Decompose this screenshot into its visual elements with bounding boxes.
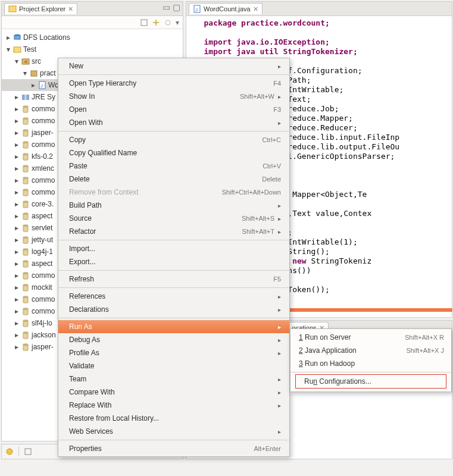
context-menu[interactable]: New▸Open Type HierarchyF4Show InShift+Al… bbox=[58, 58, 290, 457]
view-menu-icon[interactable]: ▾ bbox=[176, 18, 179, 27]
menu-copy[interactable]: CopyCtrl+C bbox=[58, 133, 289, 146]
svg-point-2 bbox=[165, 20, 170, 25]
minimize-icon[interactable]: ▭ bbox=[163, 3, 170, 11]
svg-rect-33 bbox=[23, 213, 28, 215]
package-folder-icon bbox=[21, 57, 30, 65]
code-kw: new bbox=[292, 256, 306, 265]
close-icon[interactable]: ✕ bbox=[68, 5, 73, 13]
tree-label: aspect bbox=[32, 212, 52, 220]
tree-label: core-3. bbox=[32, 200, 54, 208]
submenu-arrow-icon: ▸ bbox=[278, 63, 281, 70]
svg-rect-5 bbox=[14, 47, 21, 52]
svg-rect-53 bbox=[23, 332, 28, 334]
submenu-arrow-icon: ▸ bbox=[278, 120, 281, 126]
menu-open[interactable]: OpenF3 bbox=[58, 103, 289, 116]
menu-references[interactable]: References▸ bbox=[58, 290, 289, 303]
svg-rect-25 bbox=[23, 165, 28, 167]
submenu-run-on-hadoop[interactable]: 3 Run on Hadoop bbox=[290, 357, 451, 370]
menu-import[interactable]: Import... bbox=[58, 242, 289, 255]
menu-profile-as[interactable]: Profile As▸ bbox=[58, 346, 289, 359]
maximize-icon[interactable]: ▢ bbox=[173, 3, 180, 11]
jar-icon bbox=[21, 212, 30, 220]
menu-label: Source bbox=[69, 214, 242, 223]
menu-copy-qualified-name[interactable]: Copy Qualified Name bbox=[58, 146, 289, 159]
java-file-icon: J bbox=[38, 81, 46, 89]
menu-properties[interactable]: PropertiesAlt+Enter bbox=[58, 442, 289, 455]
menu-debug-as[interactable]: Debug As▸ bbox=[58, 333, 289, 346]
menu-label: Remove from Context bbox=[69, 188, 222, 196]
menu-open-type-hierarchy[interactable]: Open Type HierarchyF4 bbox=[58, 77, 289, 90]
code-line: import java.io.IOException; bbox=[190, 37, 330, 46]
svg-rect-4 bbox=[14, 36, 20, 39]
menu-delete[interactable]: DeleteDelete bbox=[58, 173, 289, 186]
collapse-all-icon[interactable] bbox=[140, 18, 148, 27]
run-as-submenu[interactable]: 1 Run on ServerShift+Alt+X R2 Java Appli… bbox=[290, 328, 452, 392]
menu-declarations[interactable]: Declarations▸ bbox=[58, 303, 289, 316]
tree-label: Test bbox=[23, 45, 36, 54]
menu-show-in[interactable]: Show InShift+Alt+W▸ bbox=[58, 90, 289, 103]
jar-icon bbox=[21, 117, 30, 125]
menu-web-services[interactable]: Web Services▸ bbox=[58, 425, 289, 438]
menu-new[interactable]: New▸ bbox=[58, 60, 289, 73]
focus-icon[interactable] bbox=[164, 18, 172, 27]
tree-label: commo bbox=[32, 105, 55, 113]
menu-open-with[interactable]: Open With▸ bbox=[58, 116, 289, 129]
tree-dfs-locations[interactable]: ▸ DFS Locations bbox=[2, 32, 183, 43]
menu-validate[interactable]: Validate bbox=[58, 359, 289, 372]
svg-rect-35 bbox=[23, 225, 28, 227]
link-editor-icon[interactable] bbox=[152, 18, 160, 27]
menu-paste[interactable]: PasteCtrl+V bbox=[58, 159, 289, 173]
menu-run-configurations[interactable]: Run Configurations... bbox=[296, 375, 446, 388]
svg-rect-0 bbox=[9, 6, 16, 12]
menu-export[interactable]: Export... bbox=[58, 255, 289, 268]
menu-compare-with[interactable]: Compare With▸ bbox=[58, 386, 289, 399]
submenu-run-on-server[interactable]: 1 Run on ServerShift+Alt+X R bbox=[290, 331, 451, 344]
svg-rect-55 bbox=[23, 344, 28, 346]
menu-label: Open bbox=[69, 105, 273, 114]
svg-rect-51 bbox=[23, 320, 28, 322]
menu-refresh[interactable]: RefreshF5 bbox=[58, 273, 289, 286]
menu-source[interactable]: SourceShift+Alt+S▸ bbox=[58, 212, 289, 225]
jar-icon bbox=[21, 224, 30, 232]
menu-label: Declarations bbox=[69, 305, 274, 314]
dfs-icon bbox=[13, 33, 21, 42]
outline-icon[interactable] bbox=[24, 447, 32, 456]
menu-refactor[interactable]: RefactorShift+Alt+T▸ bbox=[58, 225, 289, 238]
menu-label: 2 Java Application bbox=[299, 346, 406, 355]
svg-text:J: J bbox=[195, 7, 198, 12]
svg-rect-47 bbox=[23, 296, 28, 298]
submenu-java-application[interactable]: 2 Java ApplicationShift+Alt+X J bbox=[290, 344, 451, 357]
menu-run-as[interactable]: Run As▸ bbox=[58, 320, 289, 333]
menu-team[interactable]: Team▸ bbox=[58, 372, 289, 386]
menu-accelerator: F4 bbox=[273, 80, 281, 87]
editor-tab[interactable]: J WordCount.java ✕ bbox=[189, 3, 263, 14]
explorer-toolbar: ▾ bbox=[2, 16, 183, 29]
menu-label: Copy bbox=[69, 136, 263, 144]
menu-separator bbox=[58, 318, 289, 318]
svg-rect-57 bbox=[25, 449, 31, 455]
svg-rect-21 bbox=[23, 142, 28, 143]
svg-rect-1 bbox=[141, 20, 147, 26]
svg-rect-29 bbox=[23, 189, 28, 191]
menu-replace-with[interactable]: Replace With▸ bbox=[58, 399, 289, 412]
tree-label: commo bbox=[32, 295, 55, 303]
close-icon[interactable]: ✕ bbox=[253, 5, 258, 13]
menu-accelerator: Delete bbox=[262, 176, 281, 183]
menu-label: 3 Run on Hadoop bbox=[299, 359, 444, 368]
code-line: package practice.wordcount; bbox=[190, 18, 330, 27]
jar-icon bbox=[21, 164, 30, 173]
jar-icon bbox=[21, 295, 30, 303]
menu-label: Validate bbox=[69, 362, 281, 370]
project-explorer-tab[interactable]: Project Explorer ✕ bbox=[4, 3, 77, 14]
menu-label: Compare With bbox=[69, 388, 274, 396]
library-icon bbox=[21, 93, 30, 101]
submenu-arrow-icon: ▸ bbox=[278, 228, 281, 235]
hadoop-icon[interactable] bbox=[5, 447, 14, 456]
svg-rect-37 bbox=[23, 237, 28, 239]
project-explorer-label: Project Explorer bbox=[19, 5, 65, 12]
menu-restore-from-local-history[interactable]: Restore from Local History... bbox=[58, 412, 289, 425]
jar-icon bbox=[21, 188, 30, 196]
menu-build-path[interactable]: Build Path▸ bbox=[58, 199, 289, 212]
menu-separator bbox=[58, 287, 289, 288]
tree-project-test[interactable]: ▾ Test bbox=[2, 43, 183, 55]
